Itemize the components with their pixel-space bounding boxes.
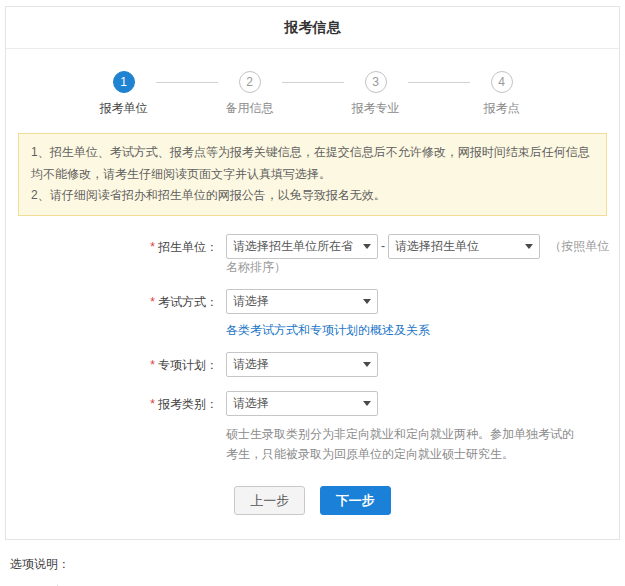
step-connector [282,82,344,83]
exam-mode-overview-link[interactable]: 各类考试方式和专项计划的概述及关系 [226,322,430,339]
province-select-value: 请选择招生单位所在省（ [233,238,357,255]
option-notes: 选项说明： 1、考试方式包括全国统一考试（含联合考试），单独考试，强军计划，援藏… [0,540,625,586]
unit-select-value: 请选择招生单位 [395,238,519,255]
exam-mode-select-value: 请选择 [233,293,357,310]
exam-mode-field: 请选择 各类考试方式和专项计划的概述及关系 [226,289,430,339]
caret-down-icon [363,362,371,367]
step-unit: 1 报考单位 [92,71,156,117]
form-buttons: 上一步 下一步 [6,478,619,539]
step-1-label: 报考单位 [100,100,148,117]
step-2-label: 备用信息 [226,100,274,117]
step-connector [156,82,218,83]
required-asterisk: * [150,358,155,372]
next-step-button[interactable]: 下一步 [320,486,391,515]
note-item-1: 1、考试方式包括全国统一考试（含联合考试），单独考试，强军计划，援藏计划四种。其… [10,583,615,586]
step-1-circle: 1 [113,71,135,93]
registration-form: *招生单位： 请选择招生单位所在省（ - 请选择招生单位 （按照单位名称排序） … [6,234,619,465]
notice-line-2: 2、请仔细阅读省招办和招生单位的网报公告，以免导致报名无效。 [31,185,594,207]
special-plan-select[interactable]: 请选择 [226,352,378,377]
unit-select[interactable]: 请选择招生单位 [388,234,540,259]
required-asterisk: * [150,397,155,411]
step-3-label: 报考专业 [352,100,400,117]
special-plan-row: *专项计划： 请选择 [6,352,619,378]
prev-step-button[interactable]: 上一步 [234,486,305,515]
required-asterisk: * [150,240,155,254]
province-select[interactable]: 请选择招生单位所在省（ [226,234,378,259]
exam-mode-select[interactable]: 请选择 [226,289,378,314]
category-field: 请选择 硕士生录取类别分为非定向就业和定向就业两种。参加单独考试的考生，只能被录… [226,391,578,465]
step-2-circle: 2 [239,71,261,93]
step-backup-info: 2 备用信息 [218,71,282,117]
required-asterisk: * [150,295,155,309]
warning-notice: 1、招生单位、考试方式、报考点等为报考关键信息，在提交信息后不允许修改，网报时间… [18,133,607,216]
step-exam-site: 4 报考点 [470,71,534,117]
exam-mode-row: *考试方式： 请选择 各类考试方式和专项计划的概述及关系 [6,289,619,339]
step-connector [408,82,470,83]
step-4-label: 报考点 [484,100,520,117]
unit-label: *招生单位： [6,234,218,276]
caret-down-icon [525,244,533,249]
notice-line-1: 1、招生单位、考试方式、报考点等为报考关键信息，在提交信息后不允许修改，网报时间… [31,142,594,185]
unit-field: 请选择招生单位所在省（ - 请选择招生单位 （按照单位名称排序） [226,234,619,276]
category-label: *报考类别： [6,391,218,465]
category-row: *报考类别： 请选择 硕士生录取类别分为非定向就业和定向就业两种。参加单独考试的… [6,391,619,465]
step-major: 3 报考专业 [344,71,408,117]
page-title: 报考信息 [6,7,619,49]
notes-title: 选项说明： [10,556,615,573]
caret-down-icon [363,244,371,249]
category-help-text: 硕士生录取类别分为非定向就业和定向就业两种。参加单独考试的考生，只能被录取为回原… [226,424,578,465]
unit-row: *招生单位： 请选择招生单位所在省（ - 请选择招生单位 （按照单位名称排序） [6,234,619,276]
category-select[interactable]: 请选择 [226,391,378,416]
select-separator: - [381,239,385,253]
stepper: 1 报考单位 2 备用信息 3 报考专业 4 报考点 [6,49,619,123]
category-select-value: 请选择 [233,395,357,412]
special-plan-label: *专项计划： [6,352,218,378]
registration-card: 报考信息 1 报考单位 2 备用信息 3 报考专业 4 报考点 1、招生单位、考… [5,6,620,540]
caret-down-icon [363,299,371,304]
caret-down-icon [363,401,371,406]
special-plan-field: 请选择 [226,352,378,378]
step-3-circle: 3 [365,71,387,93]
exam-mode-label: *考试方式： [6,289,218,339]
step-4-circle: 4 [491,71,513,93]
special-plan-select-value: 请选择 [233,356,357,373]
